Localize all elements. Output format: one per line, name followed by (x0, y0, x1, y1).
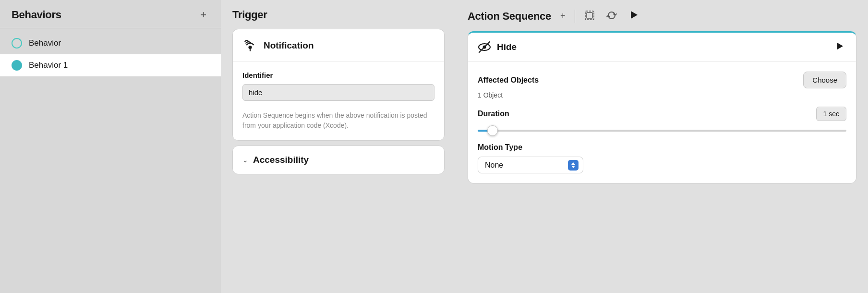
sidebar-divider (0, 28, 221, 28)
duration-label: Duration (478, 110, 509, 118)
accessibility-title: Accessibility (253, 155, 309, 165)
notification-card-header: Notification (233, 29, 444, 61)
identifier-input[interactable] (242, 84, 434, 101)
header-divider (575, 10, 575, 23)
svg-marker-8 (837, 43, 843, 49)
hide-card-title-group: Hide (478, 40, 517, 54)
svg-marker-4 (631, 11, 638, 19)
loop-button[interactable] (604, 9, 619, 24)
sidebar-item-label-0: Behavior (29, 38, 61, 48)
accessibility-header[interactable]: ⌄ Accessibility (242, 155, 434, 165)
trigger-panel-title: Trigger (232, 9, 445, 21)
layers-icon (584, 10, 595, 21)
behavior-circle-0 (12, 38, 22, 49)
accessibility-card: ⌄ Accessibility (232, 146, 445, 174)
action-panel-title: Action Sequence (468, 10, 551, 23)
sidebar-header: Behaviors + (0, 0, 221, 28)
add-action-button[interactable]: + (558, 10, 568, 22)
action-panel: Action Sequence + (456, 0, 868, 293)
notification-help-text: Action Sequence begins when the above no… (242, 110, 434, 131)
affected-objects-row: Affected Objects Choose (478, 72, 846, 88)
affected-objects-value: 1 Object (478, 91, 846, 99)
hide-card-body: Affected Objects Choose 1 Object Duratio… (468, 62, 856, 183)
sidebar: Behaviors + Behavior Behavior 1 (0, 0, 221, 293)
duration-section: Duration 1 sec (478, 107, 846, 135)
duration-row: Duration 1 sec (478, 107, 846, 121)
slider-thumb[interactable] (487, 125, 498, 136)
sidebar-title: Behaviors (12, 9, 61, 21)
choose-button[interactable]: Choose (803, 72, 846, 88)
behavior-circle-1 (12, 60, 22, 71)
notification-card-body: Identifier Action Sequence begins when t… (233, 61, 444, 140)
identifier-label: Identifier (242, 71, 434, 79)
play-icon (628, 10, 639, 20)
add-behavior-button[interactable]: + (197, 9, 209, 21)
loop-icon (606, 10, 617, 21)
accessibility-chevron-icon: ⌄ (242, 156, 248, 164)
motion-type-label: Motion Type (478, 143, 846, 152)
hide-card-play-button[interactable] (833, 41, 846, 54)
duration-value-button[interactable]: 1 sec (816, 107, 846, 121)
motion-type-section: Motion Type None Ease In Ease Out Ease I… (478, 143, 846, 173)
layers-button[interactable] (582, 9, 597, 24)
notification-card: Notification Identifier Action Sequence … (232, 29, 445, 141)
svg-rect-3 (587, 12, 592, 18)
slider-track (478, 130, 846, 132)
motion-type-select[interactable]: None Ease In Ease Out Ease In/Out Linear (478, 157, 583, 173)
hide-icon (478, 40, 491, 54)
hide-play-icon (835, 42, 844, 50)
notification-icon (242, 38, 258, 53)
play-button[interactable] (626, 9, 641, 24)
sidebar-item-behavior-1[interactable]: Behavior 1 (0, 54, 221, 76)
trigger-panel: Trigger Notification Identifier Action S… (221, 0, 456, 293)
hide-action-card: Hide Affected Objects Choose 1 Object (468, 31, 856, 183)
hide-card-title: Hide (497, 42, 517, 52)
main-content: Trigger Notification Identifier Action S… (221, 0, 868, 293)
affected-objects-label: Affected Objects (478, 76, 539, 85)
sidebar-item-behavior-0[interactable]: Behavior (0, 32, 221, 54)
hide-card-header: Hide (468, 33, 856, 62)
action-panel-header: Action Sequence + (468, 9, 856, 24)
motion-type-select-container: None Ease In Ease Out Ease In/Out Linear (478, 157, 583, 173)
notification-card-title: Notification (264, 40, 314, 51)
sidebar-item-label-1: Behavior 1 (29, 61, 68, 70)
duration-slider[interactable] (478, 126, 846, 135)
